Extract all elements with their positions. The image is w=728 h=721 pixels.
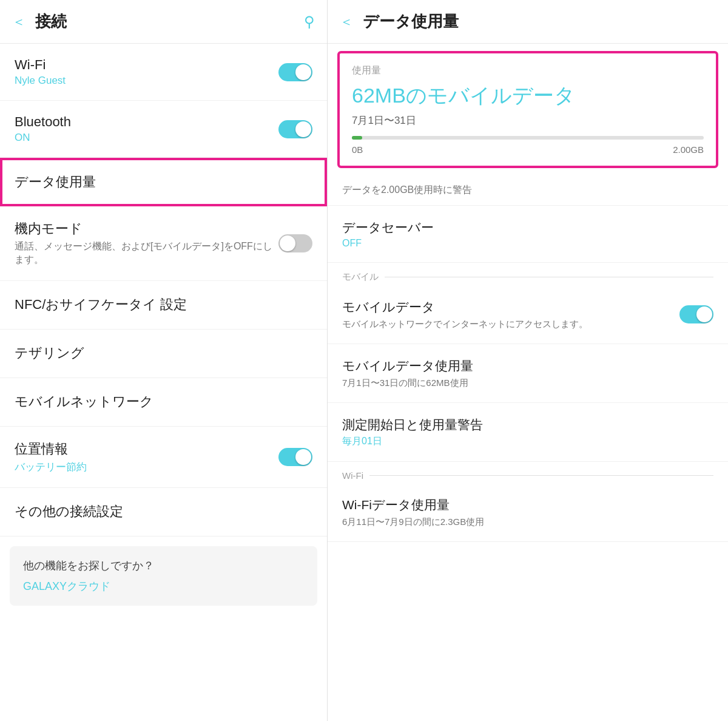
sidebar-item-bluetooth[interactable]: Bluetooth ON [0,101,327,158]
right-item-mobile-data[interactable]: モバイルデータ モバイルネットワークでインターネットにアクセスします。 [328,285,728,344]
billing-cycle-subtitle: 毎月01日 [342,435,713,448]
sidebar-item-data-usage[interactable]: データ使用量 [0,158,327,206]
data-usage-title: データ使用量 [15,173,312,191]
sidebar-item-airplane[interactable]: 機内モード 通話、メッセージ機能、および[モバイルデータ]をOFFにします。 [0,206,327,281]
wifi-title: Wi-Fi [15,57,278,73]
search-icon[interactable]: ⚲ [304,13,315,30]
right-item-wifi-data-usage[interactable]: Wi-Fiデータ使用量 6月11日〜7月9日の間に2.3GB使用 [328,483,728,542]
bluetooth-title: Bluetooth [15,114,278,130]
mobile-data-desc: モバイルネットワークでインターネットにアクセスします。 [342,317,679,330]
left-header: ＜ 接続 ⚲ [0,0,327,44]
bottom-card: 他の機能をお探しですか？ GALAXYクラウド [10,546,317,606]
data-usage-period: 7月1日〜31日 [352,113,704,127]
mobile-network-title: モバイルネットワーク [15,393,312,411]
section-mobile: モバイル [328,263,728,285]
sidebar-item-location[interactable]: 位置情報 バッテリー節約 [0,427,327,488]
data-saver-subtitle: OFF [342,238,713,249]
right-panel-title: データ使用量 [363,11,716,32]
mobile-data-usage-desc: 7月1日〜31日の間に62MB使用 [342,376,713,389]
data-usage-card: 使用量 62MBのモバイルデータ 7月1日〜31日 0B 2.00GB [337,51,718,168]
progress-labels: 0B 2.00GB [352,144,704,155]
other-title: その他の接続設定 [15,503,312,521]
data-saver-title: データセーバー [342,219,713,236]
left-panel-title: 接続 [35,11,304,32]
location-toggle[interactable] [278,448,312,466]
sidebar-item-nfc[interactable]: NFC/おサイフケータイ 設定 [0,281,327,330]
location-subtitle: バッテリー節約 [15,460,278,474]
right-back-button[interactable]: ＜ [340,13,353,31]
right-item-mobile-data-usage[interactable]: モバイルデータ使用量 7月1日〜31日の間に62MB使用 [328,344,728,403]
sidebar-item-tethering[interactable]: テザリング [0,330,327,378]
left-panel: ＜ 接続 ⚲ Wi-Fi Nyle Guest Bluetooth ON [0,0,328,721]
data-usage-progress-fill [352,136,362,140]
progress-max-label: 2.00GB [673,144,704,155]
galaxy-cloud-link[interactable]: GALAXYクラウド [23,579,304,594]
billing-cycle-title: 測定開始日と使用量警告 [342,416,713,433]
airplane-toggle-knob [280,235,295,251]
location-title: 位置情報 [15,440,278,458]
mobile-data-title: モバイルデータ [342,299,679,316]
left-settings-list: Wi-Fi Nyle Guest Bluetooth ON データ使用量 [0,44,327,721]
sidebar-item-wifi[interactable]: Wi-Fi Nyle Guest [0,44,327,101]
right-header: ＜ データ使用量 [328,0,728,44]
section-wifi: Wi-Fi [328,462,728,483]
wifi-subtitle: Nyle Guest [15,75,278,87]
location-toggle-knob [295,449,311,465]
usage-section-label: 使用量 [352,64,704,77]
right-settings-list: データセーバー OFF モバイル モバイルデータ モバイルネットワークでインター… [328,206,728,721]
mobile-data-usage-title: モバイルデータ使用量 [342,357,713,374]
bottom-card-title: 他の機能をお探しですか？ [23,558,304,573]
data-usage-amount: 62MBのモバイルデータ [352,82,704,110]
airplane-desc: 通話、メッセージ機能、および[モバイルデータ]をOFFにします。 [15,240,278,267]
airplane-title: 機内モード [15,220,278,238]
nfc-title: NFC/おサイフケータイ 設定 [15,296,312,314]
tethering-title: テザリング [15,344,312,362]
wifi-toggle[interactable] [278,63,312,81]
mobile-data-toggle[interactable] [679,305,713,323]
left-back-button[interactable]: ＜ [12,13,25,31]
right-panel: ＜ データ使用量 使用量 62MBのモバイルデータ 7月1日〜31日 0B 2.… [328,0,728,721]
wifi-toggle-knob [295,64,311,80]
airplane-toggle[interactable] [278,234,312,252]
sidebar-item-other[interactable]: その他の接続設定 [0,488,327,537]
wifi-data-usage-desc: 6月11日〜7月9日の間に2.3GB使用 [342,515,713,528]
wifi-data-usage-title: Wi-Fiデータ使用量 [342,496,713,513]
bluetooth-toggle[interactable] [278,120,312,138]
progress-min-label: 0B [352,144,363,155]
data-warning-text: データを2.00GB使用時に警告 [328,175,728,206]
right-item-billing-cycle[interactable]: 測定開始日と使用量警告 毎月01日 [328,403,728,462]
bluetooth-subtitle: ON [15,132,278,144]
data-usage-progress-bar [352,136,704,140]
right-item-data-saver[interactable]: データセーバー OFF [328,206,728,263]
mobile-data-toggle-knob [696,306,712,322]
sidebar-item-mobile-network[interactable]: モバイルネットワーク [0,378,327,427]
bluetooth-toggle-knob [295,121,311,137]
